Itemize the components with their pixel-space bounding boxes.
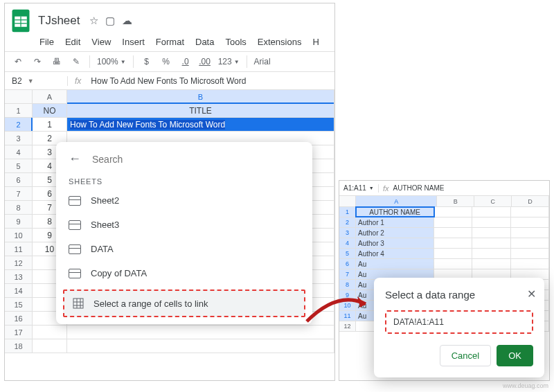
- increase-decimal-button[interactable]: .00: [199, 55, 211, 68]
- search-input[interactable]: [92, 154, 300, 165]
- link-item-copy-of-data[interactable]: Copy of DATA: [56, 261, 312, 285]
- name-box[interactable]: B2▼: [5, 76, 67, 86]
- formula-bar: A1:A11▼ fx AUTHOR NAME: [339, 181, 549, 196]
- menu-view[interactable]: View: [91, 37, 111, 47]
- cancel-button[interactable]: Cancel: [440, 345, 491, 366]
- col-header-d[interactable]: D: [512, 196, 549, 206]
- star-icon[interactable]: ☆: [89, 15, 98, 27]
- number-format-dropdown[interactable]: 123▼: [218, 57, 240, 66]
- ok-button[interactable]: OK: [497, 345, 533, 366]
- menu-overflow[interactable]: H: [312, 37, 319, 47]
- sheets-window-main: TJsheet ☆ ▢ ☁ File Edit View Insert Form…: [4, 3, 335, 381]
- decrease-decimal-button[interactable]: .0: [179, 55, 192, 68]
- select-range-to-link-button[interactable]: Select a range of cells to link: [63, 289, 305, 317]
- fx-icon: fx: [378, 184, 393, 193]
- watermark: www.deuag.com: [503, 382, 548, 389]
- zoom-dropdown[interactable]: 100%▼: [97, 57, 126, 66]
- titlebar: TJsheet ☆ ▢ ☁: [5, 3, 334, 34]
- menu-edit[interactable]: Edit: [65, 37, 80, 47]
- redo-icon[interactable]: ↷: [31, 55, 44, 68]
- col-header-a[interactable]: A: [356, 196, 437, 206]
- fx-icon: fx: [67, 76, 88, 86]
- link-search-popover: ← SHEETS Sheet2 Sheet3 DATA Copy of DATA…: [56, 142, 312, 324]
- undo-icon[interactable]: ↶: [12, 55, 24, 68]
- select-all-corner[interactable]: [339, 196, 356, 206]
- menu-data[interactable]: Data: [195, 37, 214, 47]
- close-icon[interactable]: ✕: [527, 287, 536, 301]
- sheet-icon: [69, 220, 81, 230]
- document-title[interactable]: TJsheet: [38, 14, 80, 28]
- col-header-a[interactable]: A: [33, 90, 67, 103]
- sheet-icon: [69, 269, 81, 278]
- print-icon[interactable]: 🖶: [51, 55, 63, 68]
- toolbar: ↶ ↷ 🖶 ✎ 100%▼ $ % .0 .00 123▼ Arial: [5, 51, 334, 72]
- cell-b1[interactable]: TITLE: [67, 104, 334, 117]
- sheet-icon: [69, 244, 81, 254]
- name-box[interactable]: A1:A11▼: [339, 184, 378, 192]
- menu-format[interactable]: Format: [156, 37, 184, 47]
- sheet-icon: [69, 196, 81, 206]
- col-header-b[interactable]: B: [437, 196, 474, 206]
- font-dropdown[interactable]: Arial: [254, 57, 271, 66]
- formula-value[interactable]: AUTHOR NAME: [393, 184, 445, 192]
- col-header-c[interactable]: C: [474, 196, 512, 206]
- cloud-status-icon: ☁: [122, 15, 132, 27]
- paint-format-icon[interactable]: ✎: [70, 55, 82, 68]
- grid-icon: [73, 298, 84, 309]
- link-item-data[interactable]: DATA: [56, 237, 312, 261]
- select-all-corner[interactable]: [5, 90, 33, 103]
- cell-a1[interactable]: NO: [33, 104, 67, 117]
- back-arrow-icon[interactable]: ←: [69, 152, 81, 166]
- cell[interactable]: 1: [33, 118, 67, 131]
- link-item-sheet3[interactable]: Sheet3: [56, 213, 312, 237]
- menu-tools[interactable]: Tools: [225, 37, 246, 47]
- select-data-range-dialog: Select a data range ✕ DATA!A1:A11 Cancel…: [374, 278, 544, 377]
- link-item-sheet2[interactable]: Sheet2: [56, 188, 312, 213]
- dialog-title: Select a data range: [385, 289, 533, 301]
- sheets-window-secondary: A1:A11▼ fx AUTHOR NAME A B C D 1AUTHOR N…: [339, 180, 550, 381]
- formula-value[interactable]: How To Add New Fonts To Microsoft Word: [88, 76, 246, 86]
- row-header[interactable]: 2: [5, 118, 33, 131]
- menu-extensions[interactable]: Extensions: [258, 37, 302, 47]
- sheets-logo-icon: [10, 8, 31, 34]
- section-label-sheets: SHEETS: [56, 173, 312, 188]
- menu-file[interactable]: File: [39, 37, 54, 47]
- active-cell-b2[interactable]: How To Add New Fonts To Microsoft Word: [67, 118, 334, 131]
- percent-button[interactable]: %: [160, 55, 172, 68]
- move-folder-icon[interactable]: ▢: [105, 15, 115, 27]
- row-header[interactable]: 1: [5, 104, 33, 117]
- range-input[interactable]: DATA!A1:A11: [385, 310, 533, 334]
- formula-bar: B2▼ fx How To Add New Fonts To Microsoft…: [5, 72, 334, 90]
- svg-rect-5: [73, 299, 83, 308]
- menu-insert[interactable]: Insert: [122, 37, 145, 47]
- col-header-b[interactable]: B: [67, 90, 334, 103]
- currency-button[interactable]: $: [141, 55, 153, 68]
- menu-bar: File Edit View Insert Format Data Tools …: [5, 34, 334, 51]
